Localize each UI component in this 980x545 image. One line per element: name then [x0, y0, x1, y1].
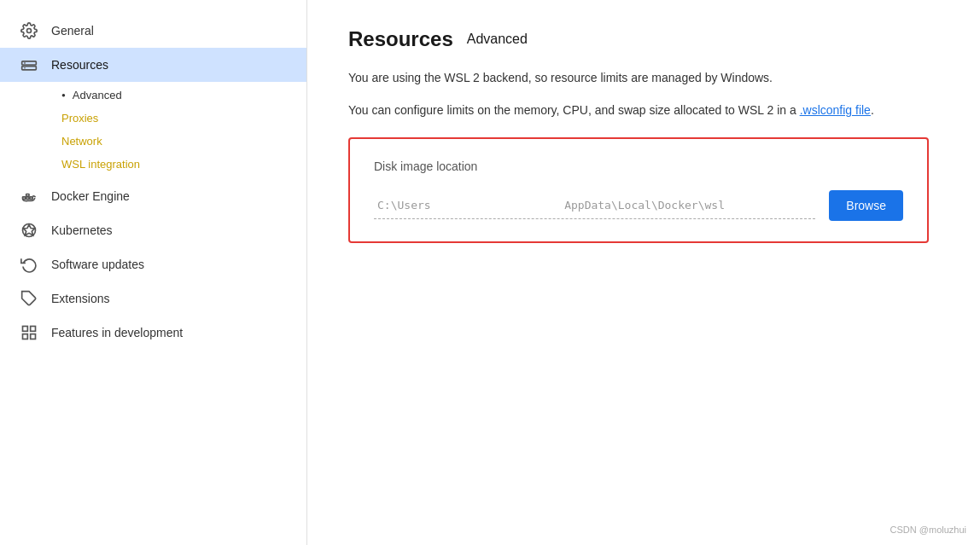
updates-icon — [20, 256, 38, 273]
sidebar-item-features[interactable]: Features in development — [0, 316, 306, 350]
wslconfig-link[interactable]: .wslconfig file — [800, 103, 871, 117]
svg-point-0 — [27, 29, 32, 33]
sidebar-label-features: Features in development — [51, 326, 183, 339]
sidebar-label-docker-engine: Docker Engine — [51, 189, 130, 203]
sidebar-item-kubernetes[interactable]: Kubernetes — [0, 213, 306, 247]
description-configure-prefix: You can configure limits on the memory, … — [348, 103, 800, 117]
sidebar-item-extensions[interactable]: Extensions — [0, 281, 306, 316]
sub-item-wsl-label: WSL integration — [61, 158, 140, 171]
sidebar: General Resources Advanced Proxies Netwo… — [0, 0, 307, 545]
disk-path-row: Browse — [374, 190, 903, 221]
watermark: CSDN @moluzhui — [890, 525, 966, 535]
sidebar-item-general[interactable]: General — [0, 14, 306, 48]
kubernetes-icon — [20, 222, 38, 239]
sub-item-advanced[interactable]: Advanced — [51, 84, 306, 107]
svg-rect-6 — [26, 197, 29, 200]
sub-item-network-label: Network — [61, 135, 102, 148]
svg-rect-12 — [23, 327, 28, 332]
svg-rect-7 — [26, 194, 29, 197]
features-icon — [20, 324, 38, 341]
sidebar-label-resources: Resources — [51, 58, 108, 72]
extensions-icon — [20, 290, 38, 307]
description-wsl: You are using the WSL 2 backend, so reso… — [348, 68, 939, 87]
sidebar-label-general: General — [51, 24, 94, 38]
page-subtitle: Advanced — [467, 32, 528, 47]
sidebar-label-kubernetes: Kubernetes — [51, 223, 113, 237]
sub-item-network[interactable]: Network — [51, 130, 306, 153]
card-title: Disk image location — [374, 159, 903, 173]
sidebar-item-resources[interactable]: Resources — [0, 48, 306, 82]
docker-icon — [20, 188, 38, 205]
resources-sub-items: Advanced Proxies Network WSL integration — [0, 82, 306, 179]
description-configure-suffix: . — [871, 103, 874, 117]
sidebar-item-software-updates[interactable]: Software updates — [0, 247, 306, 281]
svg-rect-14 — [31, 334, 36, 339]
sub-item-proxies-label: Proxies — [61, 112, 98, 125]
disk-path-input[interactable] — [374, 192, 815, 219]
svg-rect-8 — [30, 197, 32, 200]
description-configure: You can configure limits on the memory, … — [348, 101, 939, 119]
page-title: Resources — [348, 27, 453, 51]
sidebar-label-extensions: Extensions — [51, 292, 109, 305]
browse-button[interactable]: Browse — [829, 190, 903, 221]
sub-item-advanced-label: Advanced — [73, 89, 122, 101]
sub-item-wsl-integration[interactable]: WSL integration — [51, 153, 306, 176]
svg-rect-5 — [23, 197, 26, 200]
resources-icon — [20, 56, 38, 73]
svg-rect-13 — [31, 327, 36, 332]
page-header: Resources Advanced — [348, 27, 939, 51]
disk-image-card: Disk image location Browse — [348, 137, 929, 243]
svg-rect-1 — [22, 61, 37, 65]
svg-rect-2 — [22, 67, 37, 70]
settings-icon — [20, 22, 38, 39]
svg-rect-15 — [23, 334, 28, 339]
sub-item-proxies[interactable]: Proxies — [51, 107, 306, 130]
main-content: Resources Advanced You are using the WSL… — [307, 0, 980, 545]
sidebar-label-software-updates: Software updates — [51, 258, 144, 271]
sidebar-item-docker-engine[interactable]: Docker Engine — [0, 179, 306, 213]
